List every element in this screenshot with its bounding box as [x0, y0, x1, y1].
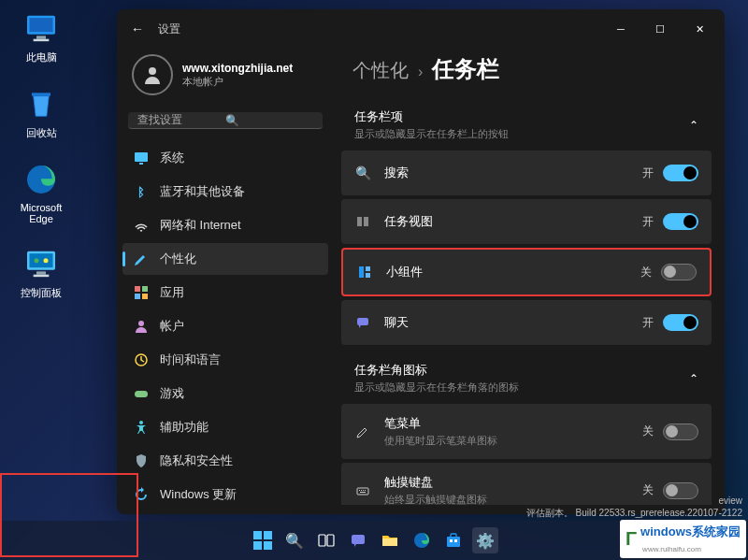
- nav: 系统ᛒ蓝牙和其他设备网络和 Internet个性化应用帐户时间和语言游戏辅助功能…: [122, 142, 328, 510]
- desktop-icon-pc[interactable]: 此电脑: [7, 9, 75, 65]
- svg-point-12: [149, 67, 156, 75]
- svg-rect-30: [359, 490, 360, 491]
- svg-rect-1: [30, 18, 53, 32]
- search-icon: 🔍: [225, 114, 313, 127]
- toggle-switch[interactable]: [663, 165, 698, 181]
- sidebar-item-apps[interactable]: 应用: [122, 277, 328, 309]
- taskbar-search-icon[interactable]: 🔍: [281, 527, 308, 553]
- maximize-button[interactable]: ☐: [640, 14, 680, 44]
- minimize-button[interactable]: ─: [601, 14, 640, 44]
- sidebar-item-label: 游戏: [160, 385, 184, 402]
- svg-rect-36: [264, 531, 272, 539]
- section-subtitle: 显示或隐藏显示在任务栏上的按钮: [354, 127, 689, 141]
- section-corner-icons: 任务栏角图标 显示或隐藏显示在任务栏角落的图标 ⌃ 笔菜单使用笔时显示笔菜单图标…: [341, 352, 712, 505]
- desktop-icon-edge[interactable]: Microsoft Edge: [7, 161, 75, 224]
- sidebar-item-label: 时间和语言: [160, 352, 221, 368]
- chat-icon: [354, 314, 371, 331]
- taskbar-chat-icon[interactable]: [345, 527, 371, 553]
- time-icon: [134, 352, 149, 367]
- content-scroll[interactable]: 任务栏项 显示或隐藏显示在任务栏上的按钮 ⌃ 🔍搜索开任务视图开小组件关聊天开 …: [341, 99, 712, 505]
- main-panel: 个性化 › 任务栏 任务栏项 显示或隐藏显示在任务栏上的按钮 ⌃ 🔍搜索开任务视…: [334, 49, 725, 514]
- keyboard-icon: [354, 482, 371, 499]
- sidebar-item-gaming[interactable]: 游戏: [122, 378, 328, 409]
- breadcrumb-parent[interactable]: 个性化: [352, 58, 409, 83]
- svg-rect-44: [447, 537, 460, 547]
- taskbar-edge-icon[interactable]: [409, 527, 435, 553]
- svg-rect-46: [450, 539, 453, 542]
- svg-rect-41: [352, 535, 365, 544]
- accessibility-icon: [134, 420, 149, 435]
- sidebar-item-network[interactable]: 网络和 Internet: [122, 209, 328, 241]
- toggle-switch[interactable]: [663, 213, 698, 230]
- svg-rect-47: [454, 539, 457, 542]
- sidebar-item-bluetooth[interactable]: ᛒ蓝牙和其他设备: [122, 176, 328, 208]
- build-watermark: eview 评估副本。 Build 22533.rs_prerelease.22…: [526, 495, 742, 519]
- start-button[interactable]: [250, 527, 276, 553]
- svg-rect-33: [365, 490, 366, 491]
- sidebar-item-personalize[interactable]: 个性化: [122, 243, 328, 275]
- breadcrumb-current: 任务栏: [432, 54, 499, 84]
- control-panel-icon: [22, 245, 60, 282]
- sidebar-item-system[interactable]: 系统: [122, 142, 328, 174]
- desktop-icon-label: Microsoft Edge: [7, 202, 75, 224]
- personalize-icon: [134, 251, 149, 266]
- svg-point-9: [44, 258, 49, 263]
- svg-point-19: [138, 321, 144, 326]
- toggle-state-label: 开: [642, 165, 654, 181]
- apps-icon: [134, 285, 149, 300]
- breadcrumb: 个性化 › 任务栏: [341, 54, 712, 84]
- svg-rect-16: [142, 286, 148, 292]
- section-header[interactable]: 任务栏角图标 显示或隐藏显示在任务栏角落的图标 ⌃: [341, 352, 712, 404]
- taskbar-taskview-icon[interactable]: [313, 527, 339, 553]
- system-icon: [134, 151, 149, 165]
- svg-rect-10: [36, 271, 46, 274]
- taskbar-settings-icon[interactable]: ⚙️: [472, 527, 498, 553]
- desktop-icon-label: 此电脑: [26, 50, 57, 65]
- svg-rect-29: [357, 488, 368, 495]
- desktop-icon-recycle[interactable]: 回收站: [7, 85, 75, 140]
- window-controls: ─ ☐ ✕: [601, 14, 719, 44]
- toggle-state-label: 开: [642, 315, 654, 331]
- sidebar-item-accessibility[interactable]: 辅助功能: [122, 411, 328, 443]
- desktop-icon-control[interactable]: 控制面板: [7, 245, 75, 300]
- sidebar-item-label: 系统: [160, 150, 184, 166]
- toggle-switch[interactable]: [663, 314, 698, 331]
- toggle-switch[interactable]: [663, 424, 698, 440]
- svg-rect-34: [360, 492, 366, 493]
- desktop-icon-label: 回收站: [26, 126, 57, 140]
- svg-rect-23: [357, 217, 362, 226]
- toggle-state-label: 关: [640, 265, 652, 280]
- sidebar-item-update[interactable]: Windows 更新: [122, 479, 328, 510]
- svg-rect-35: [253, 531, 262, 539]
- chevron-right-icon: ›: [418, 64, 423, 80]
- account-header[interactable]: www.xitongzhijia.net 本地帐户: [122, 49, 328, 107]
- close-button[interactable]: ✕: [680, 14, 719, 44]
- account-name: www.xitongzhijia.net: [182, 62, 293, 75]
- sidebar-item-time[interactable]: 时间和语言: [122, 344, 328, 376]
- svg-rect-2: [36, 36, 46, 38]
- svg-rect-38: [264, 541, 272, 550]
- sidebar-item-label: Windows 更新: [160, 486, 237, 503]
- row-label: 任务视图: [384, 213, 642, 230]
- sidebar-item-privacy[interactable]: 隐私和安全性: [122, 445, 328, 477]
- toggle-state-label: 关: [642, 424, 654, 439]
- toggle-switch[interactable]: [661, 264, 697, 280]
- row-label: 小组件: [386, 264, 640, 280]
- svg-rect-39: [319, 535, 325, 546]
- svg-rect-28: [357, 318, 368, 325]
- svg-rect-7: [30, 253, 53, 267]
- desktop-icon-label: 控制面板: [21, 286, 62, 300]
- search-input[interactable]: 查找设置 🔍: [128, 112, 323, 129]
- row-label: 笔菜单使用笔时显示笔菜单图标: [384, 415, 642, 448]
- svg-rect-21: [135, 391, 148, 397]
- gaming-icon: [134, 386, 149, 401]
- sidebar-item-label: 隐私和安全性: [160, 452, 233, 469]
- titlebar: ← 设置 ─ ☐ ✕: [117, 9, 725, 49]
- row-label: 搜索: [384, 165, 642, 181]
- svg-rect-31: [361, 490, 362, 491]
- section-header[interactable]: 任务栏项 显示或隐藏显示在任务栏上的按钮 ⌃: [341, 99, 712, 151]
- taskbar-explorer-icon[interactable]: [377, 527, 403, 553]
- taskbar-store-icon[interactable]: [440, 527, 467, 553]
- sidebar-item-accounts[interactable]: 帐户: [122, 310, 328, 342]
- back-button[interactable]: ←: [122, 14, 152, 44]
